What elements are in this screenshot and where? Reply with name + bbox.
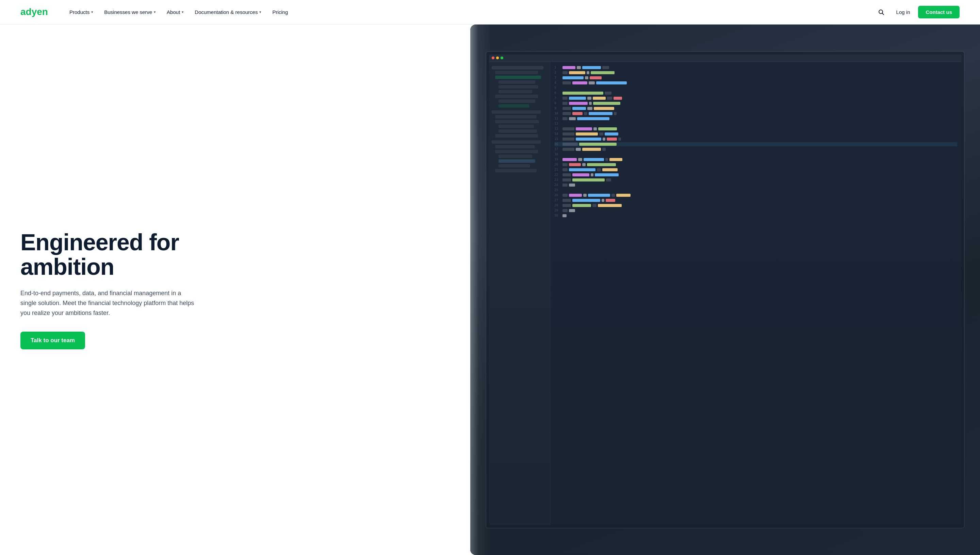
nav-products[interactable]: Products ▾ (65, 6, 98, 18)
svg-text:adyen: adyen (21, 6, 48, 17)
navbar: adyen Products ▾ Businesses we serve ▾ A… (0, 0, 980, 24)
svg-line-2 (882, 13, 884, 14)
login-button[interactable]: Log in (891, 6, 916, 18)
monitor-content: 1 2 3 4 5 6 7 8 9 10 11 12 13 (489, 62, 961, 525)
cta-button[interactable]: Talk to our team (21, 332, 85, 349)
chevron-down-icon: ▾ (259, 10, 261, 14)
hero-section: Engineered for ambition End-to-end payme… (0, 24, 980, 555)
chevron-down-icon: ▾ (154, 10, 156, 14)
window-maximize-dot (500, 56, 503, 59)
monitor-frame: 1 2 3 4 5 6 7 8 9 10 11 12 13 (486, 51, 965, 528)
hero-subtitle: End-to-end payments, data, and financial… (21, 289, 197, 318)
code-editor-visual: 1 2 3 4 5 6 7 8 9 10 11 12 13 (470, 24, 980, 555)
window-minimize-dot (496, 56, 499, 59)
chevron-down-icon: ▾ (182, 10, 184, 14)
nav-actions: Log in Contact us (874, 5, 959, 19)
nav-docs[interactable]: Documentation & resources ▾ (190, 6, 266, 18)
logo[interactable]: adyen (21, 6, 51, 18)
search-icon (878, 9, 885, 16)
hero-content: Engineered for ambition End-to-end payme… (21, 217, 225, 363)
chevron-down-icon: ▾ (91, 10, 93, 14)
nav-links: Products ▾ Businesses we serve ▾ About ▾… (65, 6, 874, 18)
nav-about[interactable]: About ▾ (162, 6, 189, 18)
search-button[interactable] (874, 5, 888, 19)
window-close-dot (492, 56, 494, 59)
nav-businesses[interactable]: Businesses we serve ▾ (99, 6, 161, 18)
monitor-topbar (489, 55, 961, 62)
nav-pricing[interactable]: Pricing (267, 6, 293, 18)
monitor-inner: 1 2 3 4 5 6 7 8 9 10 11 12 13 (489, 55, 961, 525)
code-panel: 1 2 3 4 5 6 7 8 9 10 11 12 13 (550, 62, 961, 525)
contact-button[interactable]: Contact us (918, 6, 959, 18)
hero-image: 1 2 3 4 5 6 7 8 9 10 11 12 13 (470, 24, 980, 555)
file-tree-panel (489, 62, 550, 525)
hero-title: Engineered for ambition (21, 230, 204, 279)
